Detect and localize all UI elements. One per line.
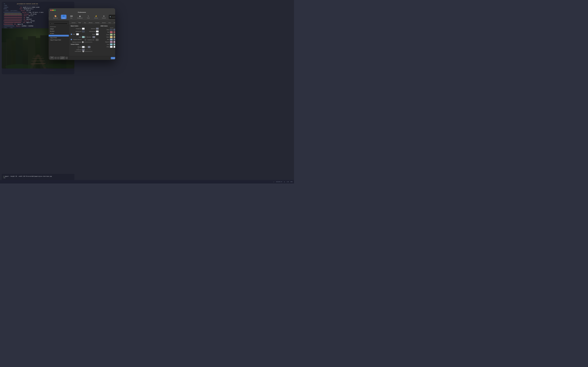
profile-item-nord-selected[interactable] <box>49 35 69 36</box>
ansi-cyan-bright-swatch[interactable] <box>113 43 115 45</box>
ansi-blue-swatches <box>110 38 115 41</box>
brighten-bold-label: Brighten bold text <box>73 39 82 40</box>
underline-color-swatch[interactable] <box>96 39 98 41</box>
color-presets-button[interactable]: Color Presets... ▾ <box>111 57 115 59</box>
tags-button[interactable]: Tags > <box>50 57 54 59</box>
ansi-yellow-normal-swatch[interactable] <box>110 36 113 38</box>
ansi-green-label: Green <box>100 34 109 35</box>
profile-item-my-nord[interactable]: My Nord <box>49 30 69 32</box>
tab-colors[interactable]: Colors <box>77 22 82 24</box>
left-color-column: Basic Colors Foreground Selection <box>71 25 99 53</box>
ansi-blue-normal-swatch[interactable] <box>110 38 113 41</box>
pointer-icon: ↖ <box>88 15 89 17</box>
svg-rect-4 <box>16 37 23 68</box>
tab-general[interactable]: General <box>70 22 77 24</box>
toolbar-profiles-label: Profiles <box>62 17 65 18</box>
ansi-cyan-normal-swatch[interactable] <box>110 43 113 45</box>
ansi-magenta-normal-swatch[interactable] <box>110 41 113 43</box>
profiles-icon: 👤 <box>63 15 65 17</box>
ansi-green-bright-swatch[interactable] <box>113 33 115 36</box>
minimize-button[interactable] <box>52 10 53 11</box>
tab-keys[interactable]: Keys <box>107 22 112 24</box>
underline-color-row: Underline color <box>85 39 99 41</box>
colors-panel: Basic Colors Foreground Selection <box>69 24 115 56</box>
cursor-guide-swatch[interactable] <box>88 46 90 48</box>
toolbar-arrangements[interactable]: ▣ Arrangements <box>76 15 84 19</box>
toolbar-keys[interactable]: ⌨ Keys <box>69 15 74 19</box>
ansi-white-normal-swatch[interactable] <box>110 46 113 48</box>
cursor-boost-slider[interactable] <box>82 51 92 52</box>
svg-rect-16 <box>33 56 42 57</box>
links-swatch[interactable] <box>82 36 85 38</box>
status-bar: ✓ 192.168.1.44 ▲ 1.49 68% <box>0 180 294 184</box>
remove-profile-button[interactable]: − <box>57 57 59 59</box>
appearance-icon: 🎨 <box>54 15 57 17</box>
selection-swatch[interactable] <box>96 28 99 30</box>
min-contrast-slider[interactable] <box>82 42 92 42</box>
profile-item-default[interactable]: Default <box>49 28 69 30</box>
profile-item-copy-of-copy-of-nord[interactable]: Copy of Copy of Nord <box>49 39 69 41</box>
tab-color-row: Tab color <box>85 36 99 38</box>
background-swatch[interactable] <box>82 30 85 33</box>
profile-item-copy-of-nord[interactable]: Copy of Nord <box>49 36 69 39</box>
tab-window[interactable]: Window <box>87 22 94 24</box>
svg-point-18 <box>42 64 73 68</box>
toolbar-profiles[interactable]: 👤 Profiles <box>61 15 67 19</box>
tab-text[interactable]: Text <box>83 22 87 24</box>
status-upload-val: 1.49 <box>287 181 289 182</box>
terminal-line: 'c. jaczac@jaczac-macbook.wind3.hub <box>3 3 73 5</box>
badge-swatch[interactable] <box>96 33 99 35</box>
ansi-cyan-row: Cyan <box>100 43 115 45</box>
ansi-white-bright-swatch[interactable] <box>113 46 115 48</box>
ansi-blue-bright-swatch[interactable] <box>113 38 115 41</box>
ansi-red-normal-swatch[interactable] <box>110 31 113 33</box>
toolbar-search[interactable]: 🔍 <box>109 15 115 19</box>
bold-checkbox[interactable]: ✓ <box>71 33 72 35</box>
preferences-panel: General Colors Text Window Terminal Sess… <box>69 21 115 60</box>
tab-terminal[interactable]: Terminal <box>94 22 100 24</box>
add-profile-button[interactable]: + <box>55 57 57 59</box>
ansi-black-bright-swatch[interactable] <box>113 29 115 31</box>
bold-swatch[interactable] <box>76 33 79 35</box>
tab-session[interactable]: Session <box>101 22 107 24</box>
tab-color-checkbox[interactable] <box>85 36 86 38</box>
profile-search-input[interactable] <box>50 23 68 25</box>
ansi-magenta-bright-swatch[interactable] <box>113 41 115 43</box>
underline-color-checkbox[interactable] <box>85 39 86 41</box>
ansi-green-normal-swatch[interactable] <box>110 33 113 36</box>
normal-col-label: Normal <box>110 27 113 28</box>
preferences-body: Profile Name Default My Nord Nord Copy o… <box>49 21 115 60</box>
cursor-boost-slider-container <box>82 51 92 52</box>
search-input[interactable] <box>112 17 115 17</box>
toolbar-pointer[interactable]: ↖ Pointer <box>86 15 91 19</box>
ansi-red-bright-swatch[interactable] <box>113 31 115 33</box>
brighten-bold-checkbox[interactable]: ✓ <box>71 39 72 40</box>
tab-advanced[interactable]: Advanced <box>112 22 115 24</box>
toolbar-appearance[interactable]: 🎨 Appearance <box>52 15 59 19</box>
profile-item-nord[interactable]: Nord <box>49 32 69 35</box>
other-actions-button[interactable]: ⊙ Other Actions... <box>60 57 65 59</box>
ansi-black-swatches <box>110 29 115 31</box>
toolbar-advanced[interactable]: ⚙ Advanced <box>101 15 107 19</box>
toolbar-general[interactable]: ⚙ General <box>49 15 50 19</box>
ansi-black-normal-swatch[interactable] <box>110 29 113 31</box>
selected-text-swatch[interactable] <box>96 30 99 33</box>
tab-color-swatch[interactable] <box>92 36 95 38</box>
ansi-yellow-bright-swatch[interactable] <box>113 36 115 38</box>
prompt-command: $ imgcat --height 30 --width 120 Picture… <box>3 176 73 177</box>
foreground-swatch[interactable] <box>82 28 85 30</box>
cursor-guide-checkbox[interactable] <box>78 46 79 48</box>
close-button[interactable] <box>50 10 52 11</box>
terminal-line: .OMMMMo OS: macOS 11.2.3 20D91 arm64 <box>3 7 73 8</box>
background-label: Background <box>71 31 81 32</box>
profile-list: Default My Nord Nord Copy of Nord Copy o… <box>49 28 69 56</box>
toolbar-shortcuts[interactable]: ⚡ Shortcuts <box>93 15 99 19</box>
tab-color-label: Tab color <box>87 36 91 38</box>
ansi-header: Normal Bright <box>100 27 115 28</box>
ansi-colors-title: ANSI Colors <box>100 25 115 26</box>
toolbar-appearance-label: Appearance <box>53 17 58 18</box>
smart-box-cursor-checkbox[interactable] <box>78 49 79 50</box>
shortcuts-icon: ⚡ <box>95 15 97 17</box>
maximize-button[interactable] <box>54 10 55 11</box>
other-actions-dropdown[interactable]: ▾ <box>66 57 68 59</box>
